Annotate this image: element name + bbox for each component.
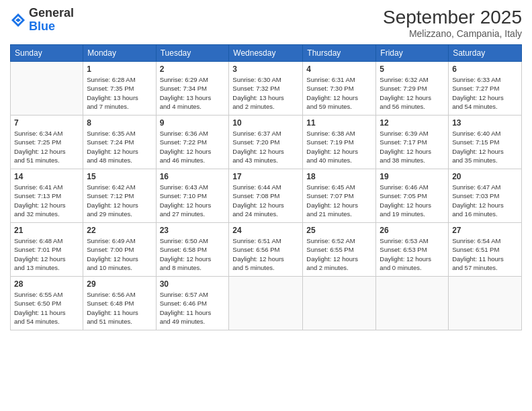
day-info: Sunrise: 6:39 AM Sunset: 7:17 PM Dayligh… — [380, 129, 445, 165]
day-info: Sunrise: 6:37 AM Sunset: 7:20 PM Dayligh… — [232, 129, 299, 165]
calendar-cell: 22Sunrise: 6:49 AM Sunset: 7:00 PM Dayli… — [83, 223, 156, 277]
day-number: 3 — [232, 64, 299, 74]
logo-general-text: General — [29, 6, 74, 19]
calendar-cell: 12Sunrise: 6:39 AM Sunset: 7:17 PM Dayli… — [376, 116, 449, 169]
day-number: 28 — [14, 279, 79, 289]
day-number: 9 — [160, 118, 226, 128]
week-row-3: 14Sunrise: 6:41 AM Sunset: 7:13 PM Dayli… — [11, 169, 522, 223]
day-info: Sunrise: 6:48 AM Sunset: 7:01 PM Dayligh… — [14, 236, 79, 272]
calendar-table: Sunday Monday Tuesday Wednesday Thursday… — [10, 44, 522, 330]
calendar-cell: 1Sunrise: 6:28 AM Sunset: 7:35 PM Daylig… — [83, 62, 156, 116]
day-info: Sunrise: 6:29 AM Sunset: 7:34 PM Dayligh… — [160, 75, 226, 111]
day-number: 20 — [452, 172, 518, 181]
day-info: Sunrise: 6:49 AM Sunset: 7:00 PM Dayligh… — [87, 236, 152, 272]
day-number: 12 — [380, 118, 445, 128]
title-block: September 2025 Melizzano, Campania, Ital… — [383, 7, 522, 39]
day-info: Sunrise: 6:52 AM Sunset: 6:55 PM Dayligh… — [306, 236, 372, 272]
day-number: 22 — [87, 226, 152, 235]
day-info: Sunrise: 6:28 AM Sunset: 7:35 PM Dayligh… — [87, 75, 152, 111]
day-info: Sunrise: 6:32 AM Sunset: 7:29 PM Dayligh… — [380, 75, 445, 111]
day-number: 11 — [306, 118, 372, 128]
col-tuesday: Tuesday — [156, 45, 229, 62]
month-title: September 2025 — [383, 7, 522, 28]
calendar-cell: 7Sunrise: 6:34 AM Sunset: 7:25 PM Daylig… — [11, 116, 83, 169]
day-number: 7 — [14, 118, 79, 128]
col-sunday: Sunday — [11, 45, 83, 62]
day-number: 17 — [232, 172, 299, 181]
location: Melizzano, Campania, Italy — [383, 28, 522, 39]
calendar-cell: 20Sunrise: 6:47 AM Sunset: 7:03 PM Dayli… — [449, 169, 522, 223]
week-row-2: 7Sunrise: 6:34 AM Sunset: 7:25 PM Daylig… — [11, 116, 522, 169]
calendar-cell: 19Sunrise: 6:46 AM Sunset: 7:05 PM Dayli… — [376, 169, 449, 223]
day-number: 30 — [160, 279, 226, 289]
day-number: 2 — [160, 64, 226, 74]
day-info: Sunrise: 6:34 AM Sunset: 7:25 PM Dayligh… — [14, 129, 79, 165]
calendar-cell: 27Sunrise: 6:54 AM Sunset: 6:51 PM Dayli… — [449, 223, 522, 277]
day-info: Sunrise: 6:42 AM Sunset: 7:12 PM Dayligh… — [87, 183, 152, 218]
calendar-cell: 18Sunrise: 6:45 AM Sunset: 7:07 PM Dayli… — [303, 169, 376, 223]
day-info: Sunrise: 6:51 AM Sunset: 6:56 PM Dayligh… — [232, 236, 299, 272]
day-number: 18 — [306, 172, 372, 181]
calendar-cell: 14Sunrise: 6:41 AM Sunset: 7:13 PM Dayli… — [11, 169, 83, 223]
calendar-cell — [376, 277, 449, 330]
day-info: Sunrise: 6:53 AM Sunset: 6:53 PM Dayligh… — [380, 236, 445, 272]
day-info: Sunrise: 6:46 AM Sunset: 7:05 PM Dayligh… — [380, 183, 445, 218]
day-number: 21 — [14, 226, 79, 235]
day-info: Sunrise: 6:38 AM Sunset: 7:19 PM Dayligh… — [306, 129, 372, 165]
day-info: Sunrise: 6:56 AM Sunset: 6:48 PM Dayligh… — [87, 290, 152, 326]
day-info: Sunrise: 6:31 AM Sunset: 7:30 PM Dayligh… — [306, 75, 372, 111]
calendar-cell — [11, 62, 83, 116]
calendar-cell: 24Sunrise: 6:51 AM Sunset: 6:56 PM Dayli… — [229, 223, 303, 277]
calendar-cell: 2Sunrise: 6:29 AM Sunset: 7:34 PM Daylig… — [156, 62, 229, 116]
day-info: Sunrise: 6:55 AM Sunset: 6:50 PM Dayligh… — [14, 290, 79, 326]
calendar-cell: 13Sunrise: 6:40 AM Sunset: 7:15 PM Dayli… — [449, 116, 522, 169]
day-info: Sunrise: 6:33 AM Sunset: 7:27 PM Dayligh… — [452, 75, 518, 111]
day-info: Sunrise: 6:30 AM Sunset: 7:32 PM Dayligh… — [232, 75, 299, 111]
col-wednesday: Wednesday — [229, 45, 303, 62]
day-number: 19 — [380, 172, 445, 181]
day-info: Sunrise: 6:35 AM Sunset: 7:24 PM Dayligh… — [87, 129, 152, 165]
calendar-cell: 10Sunrise: 6:37 AM Sunset: 7:20 PM Dayli… — [229, 116, 303, 169]
calendar-cell: 28Sunrise: 6:55 AM Sunset: 6:50 PM Dayli… — [11, 277, 83, 330]
col-thursday: Thursday — [303, 45, 376, 62]
day-number: 5 — [380, 64, 445, 74]
calendar-cell: 9Sunrise: 6:36 AM Sunset: 7:22 PM Daylig… — [156, 116, 229, 169]
calendar-cell: 5Sunrise: 6:32 AM Sunset: 7:29 PM Daylig… — [376, 62, 449, 116]
calendar-cell: 15Sunrise: 6:42 AM Sunset: 7:12 PM Dayli… — [83, 169, 156, 223]
day-number: 23 — [160, 226, 226, 235]
calendar-header-row: Sunday Monday Tuesday Wednesday Thursday… — [11, 45, 522, 62]
page: General Blue September 2025 Melizzano, C… — [0, 0, 532, 411]
col-monday: Monday — [83, 45, 156, 62]
day-number: 24 — [232, 226, 299, 235]
day-number: 10 — [232, 118, 299, 128]
calendar-cell: 25Sunrise: 6:52 AM Sunset: 6:55 PM Dayli… — [303, 223, 376, 277]
calendar-cell: 8Sunrise: 6:35 AM Sunset: 7:24 PM Daylig… — [83, 116, 156, 169]
day-info: Sunrise: 6:50 AM Sunset: 6:58 PM Dayligh… — [160, 236, 226, 272]
day-number: 26 — [380, 226, 445, 235]
day-info: Sunrise: 6:40 AM Sunset: 7:15 PM Dayligh… — [452, 129, 518, 165]
logo: General Blue — [10, 7, 74, 34]
day-number: 29 — [87, 279, 152, 289]
day-info: Sunrise: 6:36 AM Sunset: 7:22 PM Dayligh… — [160, 129, 226, 165]
day-number: 4 — [306, 64, 372, 74]
week-row-4: 21Sunrise: 6:48 AM Sunset: 7:01 PM Dayli… — [11, 223, 522, 277]
header: General Blue September 2025 Melizzano, C… — [10, 7, 522, 39]
calendar-cell — [449, 277, 522, 330]
day-number: 1 — [87, 64, 152, 74]
calendar-cell: 17Sunrise: 6:44 AM Sunset: 7:08 PM Dayli… — [229, 169, 303, 223]
day-number: 14 — [14, 172, 79, 181]
col-friday: Friday — [376, 45, 449, 62]
calendar-cell: 30Sunrise: 6:57 AM Sunset: 6:46 PM Dayli… — [156, 277, 229, 330]
calendar-cell: 29Sunrise: 6:56 AM Sunset: 6:48 PM Dayli… — [83, 277, 156, 330]
day-number: 15 — [87, 172, 152, 181]
calendar-cell: 23Sunrise: 6:50 AM Sunset: 6:58 PM Dayli… — [156, 223, 229, 277]
day-info: Sunrise: 6:43 AM Sunset: 7:10 PM Dayligh… — [160, 183, 226, 218]
day-number: 16 — [160, 172, 226, 181]
calendar-cell: 21Sunrise: 6:48 AM Sunset: 7:01 PM Dayli… — [11, 223, 83, 277]
calendar-cell: 16Sunrise: 6:43 AM Sunset: 7:10 PM Dayli… — [156, 169, 229, 223]
logo-icon — [10, 12, 26, 28]
day-info: Sunrise: 6:57 AM Sunset: 6:46 PM Dayligh… — [160, 290, 226, 326]
week-row-5: 28Sunrise: 6:55 AM Sunset: 6:50 PM Dayli… — [11, 277, 522, 330]
col-saturday: Saturday — [449, 45, 522, 62]
calendar-cell: 6Sunrise: 6:33 AM Sunset: 7:27 PM Daylig… — [449, 62, 522, 116]
